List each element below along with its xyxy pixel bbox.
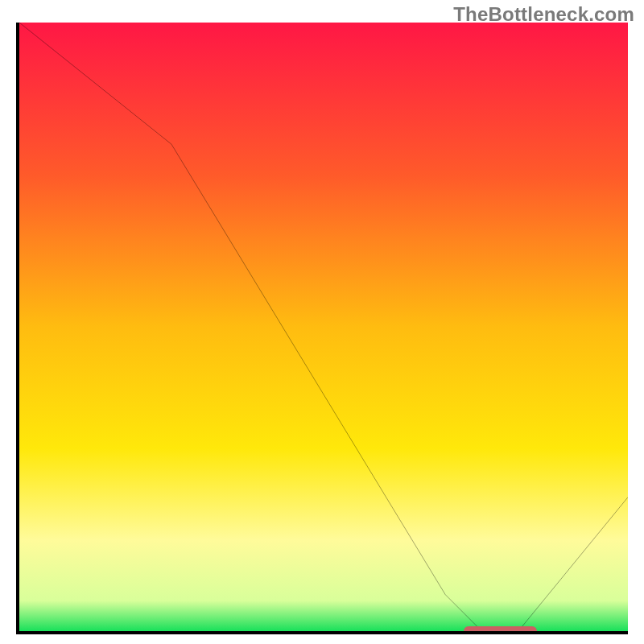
watermark-text: TheBottleneck.com [453, 3, 634, 26]
plot-area [16, 23, 628, 634]
bottleneck-chart: TheBottleneck.com [0, 0, 644, 644]
curve-path [19, 23, 628, 631]
bottleneck-curve [19, 23, 628, 631]
optimal-marker [464, 626, 537, 634]
